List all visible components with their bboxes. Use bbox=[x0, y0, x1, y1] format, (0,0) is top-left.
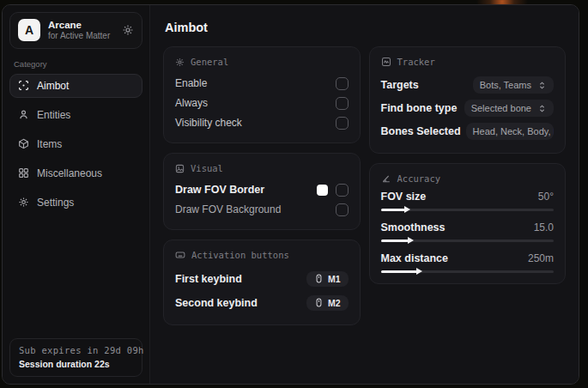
subscription-box: Sub expires in 29d 09h Session duration … bbox=[9, 338, 142, 377]
slider-thumb[interactable] bbox=[404, 206, 410, 213]
left-column: General Enable Always Visibility check bbox=[163, 46, 361, 325]
panel-visual: Visual Draw FOV Border Draw FOV Backgrou… bbox=[163, 153, 361, 230]
toggle-row-visibility-check: Visibility check bbox=[175, 113, 349, 132]
gear-icon bbox=[18, 197, 29, 208]
keybind-row-second: Second keybind M2 bbox=[175, 291, 349, 314]
panel-general: General Enable Always Visibility check bbox=[163, 46, 361, 143]
panel-header-label: Activation buttons bbox=[191, 250, 289, 260]
sidebar-item-label: Entities bbox=[37, 109, 70, 121]
row-label: Targets bbox=[381, 79, 473, 91]
sidebar-item-items[interactable]: Items bbox=[9, 132, 142, 156]
slider-thumb[interactable] bbox=[416, 268, 422, 275]
bones-selected-dropdown[interactable]: Head, Neck, Body, Pe… bbox=[466, 123, 554, 140]
brand-text: Arcane for Active Matter bbox=[48, 19, 114, 42]
smoothness-slider[interactable] bbox=[381, 239, 555, 242]
panel-tracker: Tracker Targets Bots, Teams bbox=[369, 46, 567, 154]
mouse-icon bbox=[314, 274, 324, 283]
slider-value: 50° bbox=[538, 191, 554, 203]
panel-header-label: Visual bbox=[191, 163, 223, 173]
brand-header: A Arcane for Active Matter bbox=[9, 12, 142, 49]
fov-border-checkbox[interactable] bbox=[336, 184, 349, 197]
row-label: Bones Selected bbox=[381, 125, 461, 137]
dropdown-row-targets: Targets Bots, Teams bbox=[381, 74, 555, 96]
slider-label: Max distance bbox=[381, 252, 528, 264]
app-window: A Arcane for Active Matter Category bbox=[2, 4, 579, 385]
slider-max-distance: Max distance 250m bbox=[381, 252, 555, 273]
sidebar-item-aimbot[interactable]: Aimbot bbox=[9, 74, 142, 98]
toggle-row-fov-border: Draw FOV Border bbox=[175, 180, 349, 199]
brand-logo: A bbox=[18, 19, 40, 41]
enable-checkbox[interactable] bbox=[336, 77, 349, 90]
grid-icon bbox=[18, 167, 29, 179]
visibility-check-checkbox[interactable] bbox=[336, 117, 349, 130]
dropdown-value: Head, Neck, Body, Pe… bbox=[473, 126, 554, 136]
slider-label: FOV size bbox=[381, 191, 538, 203]
keyboard-icon bbox=[175, 250, 185, 260]
unfold-icon bbox=[537, 81, 547, 90]
session-duration-text: Session duration 22s bbox=[19, 359, 133, 369]
unfold-icon bbox=[537, 104, 547, 113]
slider-fov-size: FOV size 50° bbox=[381, 191, 555, 211]
toggle-row-fov-background: Draw FOV Background bbox=[175, 200, 349, 219]
person-icon bbox=[18, 109, 29, 120]
sidebar-item-label: Aimbot bbox=[37, 80, 69, 92]
slider-value: 15.0 bbox=[534, 221, 554, 233]
sidebar-item-settings[interactable]: Settings bbox=[9, 191, 142, 215]
panel-activation-buttons: Activation buttons First keybind M1 bbox=[163, 239, 361, 325]
sidebar-item-label: Miscellaneous bbox=[37, 167, 102, 179]
main-content: Aimbot General Enable bbox=[150, 5, 579, 384]
dropdown-row-bones-selected: Bones Selected Head, Neck, Body, Pe… bbox=[381, 120, 555, 142]
brand-name: Arcane bbox=[48, 19, 114, 31]
row-label: Find bone type bbox=[381, 102, 464, 114]
sub-expiry-text: Sub expires in 29d 09h bbox=[19, 345, 133, 355]
keybind-value: M2 bbox=[328, 298, 341, 308]
toggle-row-always: Always bbox=[175, 94, 349, 112]
fov-background-checkbox[interactable] bbox=[336, 203, 349, 216]
sidebar-item-label: Settings bbox=[37, 197, 74, 209]
cube-icon bbox=[18, 138, 29, 149]
row-label: First keybind bbox=[175, 273, 306, 285]
row-label: Always bbox=[175, 97, 336, 109]
row-label: Draw FOV Background bbox=[175, 203, 336, 215]
crosshair-icon bbox=[18, 80, 29, 91]
fov-size-slider[interactable] bbox=[381, 209, 555, 211]
panel-header-label: Tracker bbox=[397, 57, 435, 67]
radar-icon bbox=[381, 57, 391, 67]
panel-header-label: Accuracy bbox=[397, 173, 441, 184]
general-gear-icon bbox=[175, 58, 185, 67]
targets-dropdown[interactable]: Bots, Teams bbox=[473, 76, 554, 94]
page-title: Aimbot bbox=[165, 21, 566, 34]
max-distance-slider[interactable] bbox=[381, 270, 555, 273]
sidebar: A Arcane for Active Matter Category bbox=[3, 5, 150, 384]
row-label: Second keybind bbox=[175, 297, 306, 309]
keybind-row-first: First keybind M1 bbox=[175, 267, 349, 290]
slider-smoothness: Smoothness 15.0 bbox=[381, 221, 555, 242]
angle-icon bbox=[381, 173, 391, 184]
right-column: Tracker Targets Bots, Teams bbox=[369, 46, 567, 284]
slider-value: 250m bbox=[528, 252, 554, 264]
keybind-value: M1 bbox=[328, 274, 341, 284]
row-label: Visibility check bbox=[175, 117, 336, 129]
dropdown-row-find-bone-type: Find bone type Selected bone bbox=[381, 97, 555, 119]
sidebar-item-miscellaneous[interactable]: Miscellaneous bbox=[9, 161, 142, 185]
second-keybind-button[interactable]: M2 bbox=[306, 295, 349, 311]
slider-label: Smoothness bbox=[381, 221, 534, 233]
fov-border-color-swatch[interactable] bbox=[317, 185, 328, 196]
mouse-icon bbox=[314, 298, 324, 307]
slider-thumb[interactable] bbox=[408, 237, 414, 244]
first-keybind-button[interactable]: M1 bbox=[306, 271, 349, 287]
category-nav: Aimbot Entities Items bbox=[9, 74, 142, 215]
dropdown-value: Bots, Teams bbox=[480, 80, 531, 90]
find-bone-type-dropdown[interactable]: Selected bone bbox=[464, 100, 554, 117]
panel-header-label: General bbox=[191, 57, 228, 67]
category-label: Category bbox=[14, 59, 138, 69]
row-label: Enable bbox=[175, 77, 336, 89]
sidebar-item-label: Items bbox=[37, 138, 62, 150]
image-icon bbox=[175, 164, 185, 173]
brand-subtitle: for Active Matter bbox=[48, 31, 114, 42]
toggle-row-enable: Enable bbox=[175, 74, 349, 93]
always-checkbox[interactable] bbox=[336, 97, 349, 110]
dropdown-value: Selected bone bbox=[471, 103, 531, 113]
gear-icon[interactable] bbox=[122, 24, 134, 36]
sidebar-item-entities[interactable]: Entities bbox=[9, 103, 142, 127]
